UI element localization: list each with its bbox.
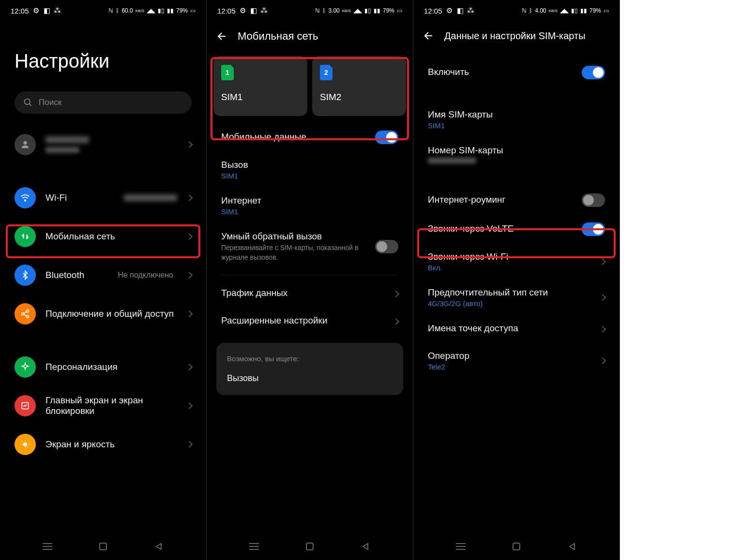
display-row[interactable]: Экран и яркость [0,425,206,464]
chevron-right-icon [186,233,193,240]
sim-name-row[interactable]: Имя SIM-карты SIM1 [413,102,619,137]
mobile-data-toggle[interactable] [375,131,398,144]
svg-rect-20 [100,543,106,550]
recent-button[interactable] [41,540,54,553]
sim-number-blur [428,158,476,163]
app-icon: ◧ [250,7,257,14]
account-row[interactable] [0,125,206,164]
search-placeholder: Поиск [39,98,61,107]
sim1-card[interactable]: 1 SIM1 [213,56,307,116]
home-button[interactable] [303,540,317,553]
roaming-row[interactable]: Интернет-роуминг [413,186,619,215]
wifi-value-blur [124,194,177,201]
sim-name-sub: SIM1 [428,121,605,130]
operator-label: Оператор [428,351,592,361]
suggest-item[interactable]: Вызовы [227,373,393,383]
apn-row[interactable]: Имена точек доступа [413,315,619,343]
battery-pct: 79% [176,7,188,14]
page-title: Мобильная сеть [238,30,318,43]
sim-number-row[interactable]: Номер SIM-карты [413,137,619,171]
chevron-right-icon [599,258,606,265]
status-time: 12:05 [424,7,442,15]
header: Данные и настройки SIM-карты [413,21,619,53]
battery-pct: 79% [383,7,394,14]
back-button[interactable] [359,540,372,553]
chevron-right-icon [186,141,193,148]
search-icon [23,98,33,107]
search-input[interactable]: Поиск [15,91,192,114]
back-button[interactable] [565,540,579,553]
app-icon: ◧ [457,7,464,14]
svg-point-10 [23,442,27,446]
settings-screen: 12:05 ⚙ ◧ ⁂ ℕ ᛒ 60.0 KB/S ◢◣ ▮▯ ▮▮ 79% ▭… [0,0,207,560]
recent-button[interactable] [454,540,468,553]
suggest-title: Возможно, вы ищете: [227,354,393,363]
chevron-right-icon [186,310,193,317]
svg-line-1 [30,104,31,106]
volte-row[interactable]: Звонки через VoLTE [413,215,619,244]
network-type-label: Предпочтительный тип сети [428,287,592,298]
wifi-calls-row[interactable]: Звонки через Wi-Fi Вкл. [413,244,619,280]
call-sub: SIM1 [221,172,398,180]
personalization-row[interactable]: Персонализация [0,348,206,386]
connection-label: Подключение и общий доступ [45,309,177,319]
internet-label: Интернет [221,195,398,206]
mobile-label: Мобильная сеть [45,231,177,242]
mobile-network-row[interactable]: Мобильная сеть [0,217,206,256]
recent-button[interactable] [247,540,261,553]
page-title: Настройки [0,21,206,87]
nfc-icon: ℕ [315,7,320,14]
network-type-row[interactable]: Предпочтительный тип сети 4G/3G/2G (авто… [413,280,619,315]
wifi-row[interactable]: Wi-Fi [0,178,206,217]
sim-number-label: Номер SIM-карты [428,145,605,156]
gear-icon: ⚙ [240,7,246,14]
volte-toggle[interactable] [582,222,605,236]
signal-icon: ▮▮ [167,7,174,14]
home-button[interactable] [510,540,523,553]
enable-label: Включить [428,67,574,77]
chevron-right-icon [599,357,606,364]
avatar-icon [15,134,36,155]
status-time: 12:05 [11,7,29,15]
back-arrow[interactable] [216,30,228,42]
back-button[interactable] [152,540,166,553]
svg-point-5 [22,313,24,315]
personalization-label: Персонализация [45,362,177,372]
advanced-row[interactable]: Расширенные настройки [207,308,413,335]
wifi-icon: ◢◣ [147,7,155,14]
chevron-right-icon [393,291,399,297]
sim2-card[interactable]: 2 SIM2 [312,56,406,116]
speed-unit: KB/S [136,9,144,13]
chevron-right-icon [186,194,193,201]
app-icon: ◧ [44,7,50,14]
bluetooth-row[interactable]: Bluetooth Не подключено [0,256,206,295]
enable-toggle[interactable] [582,66,605,79]
connection-row[interactable]: Подключение и общий доступ [0,295,206,333]
header: Мобильная сеть [207,21,413,54]
smart-callback-toggle[interactable] [375,240,398,253]
wifi-calls-label: Звонки через Wi-Fi [428,251,592,262]
statusbar: 12:05 ⚙ ◧ ⁂ ℕ ᛒ 60.0 KB/S ◢◣ ▮▯ ▮▮ 79% ▭ [0,0,206,21]
sim-name-label: Имя SIM-карты [428,109,605,120]
sim2-name: SIM2 [320,92,398,103]
call-row[interactable]: Вызов SIM1 [207,152,413,188]
home-screen-row[interactable]: Главный экран и экран блокировки [0,386,206,425]
mobile-data-icon [15,226,36,247]
sim-cards-row: 1 SIM1 2 SIM2 [207,56,413,116]
statusbar: 12:05 ⚙ ◧ ⁂ ℕ ᛒ 3.00 KB/S ◢◣ ▮▯ ▮▮ 79% ▭ [207,0,413,21]
sim1-badge: 1 [221,65,234,80]
internet-row[interactable]: Интернет SIM1 [207,188,413,223]
bluetooth-label: Bluetooth [45,270,108,280]
traffic-row[interactable]: Трафик данных [207,280,413,308]
battery-pct: 79% [589,7,601,14]
operator-row[interactable]: Оператор Tele2 [413,343,619,379]
nfc-icon: ℕ [108,7,113,14]
roaming-toggle[interactable] [582,193,605,207]
svg-point-0 [25,99,30,105]
smart-callback-row[interactable]: Умный обратный вызов Перезванивайте с SI… [207,223,413,270]
mobile-data-row[interactable]: Мобильные данные [207,123,413,152]
network-type-sub: 4G/3G/2G (авто) [428,299,592,308]
enable-row[interactable]: Включить [413,53,619,92]
home-button[interactable] [96,540,110,553]
back-arrow[interactable] [423,30,435,42]
